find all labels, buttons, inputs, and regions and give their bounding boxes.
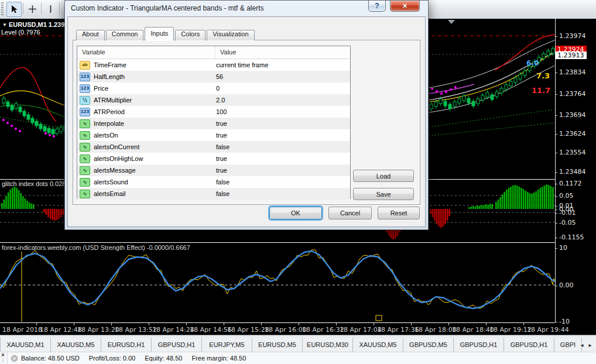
time-axis[interactable]: 18 Apr 201818 Apr 12:4818 Apr 13:2018 Ap… <box>0 322 555 335</box>
column-header-value[interactable]: Value <box>215 46 236 59</box>
inputs-table: Variable Value abTimeFramecurrent time f… <box>77 46 351 199</box>
dropdown-icon[interactable]: ▼ <box>2 22 7 28</box>
table-rows: abTimeFramecurrent time frame123HalfLeng… <box>77 59 350 200</box>
price-axis-label: 1.23484 <box>559 168 586 176</box>
param-value[interactable]: true <box>211 120 350 127</box>
mt4-application-window: ▼ EURUSD,M1 1.2390 Level (0.7976 6.0 7.3… <box>0 0 596 364</box>
time-axis-tick <box>36 323 37 325</box>
connection-status-icon <box>11 355 18 362</box>
cancel-button[interactable]: Cancel <box>328 207 372 219</box>
reset-button[interactable]: Reset <box>378 207 420 219</box>
time-axis-tick <box>411 323 412 325</box>
param-row[interactable]: 123Price0 <box>77 83 350 94</box>
load-button[interactable]: Load <box>353 170 414 182</box>
param-row[interactable]: ∿alertsSoundfalse <box>77 176 350 188</box>
toolbar-grip[interactable] <box>1 2 4 15</box>
param-row[interactable]: ½ATRMultiplier2.0 <box>77 94 350 106</box>
param-row[interactable]: ∿Interpolatetrue <box>77 118 350 129</box>
time-axis-tick <box>111 323 112 325</box>
time-axis-label: 18 Apr 14:56 <box>190 326 232 334</box>
param-row[interactable]: ∿alertsOnCurrentfalse <box>77 141 350 153</box>
profit-text: Profit/Loss: 0.00 <box>89 355 136 362</box>
table-header[interactable]: Variable Value <box>77 46 350 59</box>
bid-price-box: 1.23913 <box>556 51 587 59</box>
price-axis-label: 1.23624 <box>559 130 586 138</box>
chart-tab-gbpi[interactable]: GBPI <box>554 338 582 352</box>
column-header-variable[interactable]: Variable <box>77 46 215 59</box>
param-row[interactable]: 123HalfLength56 <box>77 71 350 83</box>
time-axis-label: 18 Apr 18:08 <box>415 326 457 334</box>
chart-tab-gbpusd-h1[interactable]: GBPUSD,H1 <box>454 338 504 352</box>
terminal-close-button[interactable]: × <box>1 352 5 358</box>
tab-scroll-left-button[interactable]: ◂ <box>578 341 585 349</box>
param-name-cell: ∿alertsOn <box>77 131 211 140</box>
indicator3-canvas[interactable] <box>0 243 555 322</box>
param-type-bool-icon: ∿ <box>80 178 90 187</box>
param-row[interactable]: ∿alertsOntrue <box>77 129 350 141</box>
chart-tab-eurusd-m5[interactable]: EURUSD,M5 <box>252 338 303 352</box>
tab-scroll-right-button[interactable]: ▸ <box>587 341 594 349</box>
chart-tab-gbpusd-h1[interactable]: GBPUSD,H1 <box>504 338 554 352</box>
vertical-line-icon <box>46 5 55 13</box>
save-button[interactable]: Save <box>353 188 414 200</box>
param-value[interactable]: current time frame <box>211 61 350 68</box>
param-type-double-icon: ½ <box>80 96 90 105</box>
price-axis[interactable]: 1.239741.238341.237641.236941.236241.235… <box>555 19 596 322</box>
param-value[interactable]: false <box>211 178 350 186</box>
dialog-titlebar[interactable]: Custom Indicator - TriangularMA centered… <box>65 1 428 16</box>
time-axis-label: 18 Apr 12:48 <box>40 326 82 334</box>
chart-tab-eurusd-m30[interactable]: EURUSD,M30 <box>303 338 353 352</box>
terminal-grip[interactable] <box>2 358 4 363</box>
chart-tab-xauusd-m5[interactable]: XAUUSD,M5 <box>353 338 403 352</box>
crosshair-icon <box>28 5 37 13</box>
indicator3-axis-label: 0.00 <box>559 281 574 290</box>
param-value[interactable]: true <box>211 167 350 174</box>
param-value[interactable]: true <box>211 155 350 162</box>
time-axis-tick <box>374 323 374 325</box>
indicator2-label: glitch index dots 0.0282 ( <box>2 180 73 187</box>
time-axis-tick <box>74 323 74 325</box>
time-axis-label: 18 Apr 17:36 <box>377 326 419 334</box>
tab-common[interactable]: Common <box>106 30 144 40</box>
tab-colors[interactable]: Colors <box>175 30 205 40</box>
param-value[interactable]: 0 <box>211 85 350 92</box>
cursor-tool-button[interactable] <box>6 2 22 17</box>
param-value[interactable]: 100 <box>211 108 350 115</box>
param-value[interactable]: true <box>211 132 350 139</box>
param-value[interactable]: 2.0 <box>211 97 350 104</box>
time-axis-label: 18 Apr 18:40 <box>452 326 494 334</box>
crosshair-tool-button[interactable] <box>25 2 39 16</box>
param-value[interactable]: false <box>211 143 350 150</box>
param-name-cell: ∿alertsEmail <box>77 190 211 198</box>
chart-tab-eurjpy-m5[interactable]: EURJPY,M5 <box>202 338 252 352</box>
param-name: alertsOn <box>94 132 118 139</box>
param-row[interactable]: abTimeFramecurrent time frame <box>77 59 350 71</box>
tab-about[interactable]: About <box>76 30 105 40</box>
param-type-int-icon: 123 <box>80 73 90 81</box>
param-name: ATRMultiplier <box>94 97 132 104</box>
symbol-label[interactable]: ▼ EURUSD,M1 1.2390 <box>2 21 68 28</box>
param-row[interactable]: ∿alertsMessagetrue <box>77 164 350 176</box>
param-type-text-icon: ab <box>80 61 90 70</box>
ok-button[interactable]: OK <box>269 207 322 219</box>
help-button[interactable]: ? <box>368 1 386 12</box>
param-name-cell: ½ATRMultiplier <box>77 96 211 105</box>
price-axis-label: 1.23834 <box>559 68 586 77</box>
chart-tab-gbpusd-h1[interactable]: GBPUSD,H1 <box>152 338 202 352</box>
tab-visualization[interactable]: Visualization <box>207 30 255 40</box>
chart-tab-xauusd-m1[interactable]: XAUUSD,M1 <box>0 338 51 352</box>
chart-tab-eurusd-h1[interactable]: EURUSD,H1 <box>101 338 152 352</box>
vertical-line-tool-button[interactable] <box>43 2 57 16</box>
chart-tab-xauusd-m5[interactable]: XAUUSD,M5 <box>51 338 101 352</box>
time-axis-tick <box>486 323 487 325</box>
param-row[interactable]: 123ATRPeriod100 <box>77 106 350 118</box>
close-button[interactable]: ✕ <box>390 1 420 12</box>
time-axis-label: 18 Apr 13:20 <box>77 326 119 334</box>
param-value[interactable]: 56 <box>211 73 350 80</box>
param-value[interactable]: false <box>211 190 350 197</box>
param-row[interactable]: ∿alertsEmailfalse <box>77 188 350 200</box>
price-axis-label: 1.23974 <box>559 32 586 40</box>
param-row[interactable]: ∿alertsOnHighLowtrue <box>77 153 350 164</box>
tab-inputs[interactable]: Inputs <box>145 27 174 40</box>
chart-tab-gbpusd-m5[interactable]: GBPUSD,M5 <box>403 338 454 352</box>
